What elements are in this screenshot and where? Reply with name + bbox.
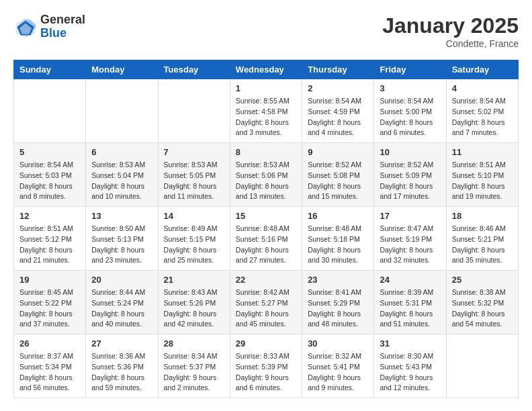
day-number: 2 [308,83,368,93]
logo-text: General Blue [40,13,85,40]
calendar-cell: 20Sunrise: 8:44 AM Sunset: 5:24 PM Dayli… [86,271,158,334]
day-number: 3 [380,83,440,93]
day-number: 12 [19,211,80,221]
calendar-week-row: 19Sunrise: 8:45 AM Sunset: 5:22 PM Dayli… [14,271,519,334]
calendar-cell [86,79,158,143]
calendar-cell: 27Sunrise: 8:36 AM Sunset: 5:36 PM Dayli… [86,334,158,398]
calendar-cell: 12Sunrise: 8:51 AM Sunset: 5:12 PM Dayli… [14,207,86,271]
calendar-cell: 1Sunrise: 8:55 AM Sunset: 4:58 PM Daylig… [230,79,302,143]
day-info: Sunrise: 8:53 AM Sunset: 5:06 PM Dayligh… [236,160,296,202]
calendar-cell: 11Sunrise: 8:51 AM Sunset: 5:10 PM Dayli… [446,143,518,207]
weekday-header-monday: Monday [86,60,158,79]
calendar-cell: 15Sunrise: 8:48 AM Sunset: 5:16 PM Dayli… [230,207,302,271]
calendar-cell: 29Sunrise: 8:33 AM Sunset: 5:39 PM Dayli… [230,334,302,398]
weekday-header-friday: Friday [374,60,446,79]
calendar-cell: 18Sunrise: 8:46 AM Sunset: 5:21 PM Dayli… [446,207,518,271]
weekday-header-thursday: Thursday [302,60,374,79]
day-number: 17 [380,211,440,221]
day-info: Sunrise: 8:33 AM Sunset: 5:39 PM Dayligh… [236,351,296,394]
day-info: Sunrise: 8:41 AM Sunset: 5:29 PM Dayligh… [308,287,368,330]
day-info: Sunrise: 8:34 AM Sunset: 5:37 PM Dayligh… [164,351,224,394]
day-info: Sunrise: 8:38 AM Sunset: 5:32 PM Dayligh… [452,287,513,330]
logo-blue: Blue [40,27,85,40]
calendar-cell: 19Sunrise: 8:45 AM Sunset: 5:22 PM Dayli… [14,271,86,334]
calendar-table: SundayMondayTuesdayWednesdayThursdayFrid… [13,60,519,398]
calendar-cell: 22Sunrise: 8:42 AM Sunset: 5:27 PM Dayli… [230,271,302,334]
day-info: Sunrise: 8:43 AM Sunset: 5:26 PM Dayligh… [164,287,224,330]
day-info: Sunrise: 8:54 AM Sunset: 4:59 PM Dayligh… [308,96,368,138]
calendar-week-row: 1Sunrise: 8:55 AM Sunset: 4:58 PM Daylig… [14,79,519,143]
calendar-cell: 5Sunrise: 8:54 AM Sunset: 5:03 PM Daylig… [14,143,86,207]
calendar-cell: 4Sunrise: 8:54 AM Sunset: 5:02 PM Daylig… [446,79,518,143]
calendar-cell: 7Sunrise: 8:53 AM Sunset: 5:05 PM Daylig… [158,143,230,207]
day-info: Sunrise: 8:55 AM Sunset: 4:58 PM Dayligh… [236,96,296,138]
calendar-cell: 26Sunrise: 8:37 AM Sunset: 5:34 PM Dayli… [14,334,86,398]
weekday-header-saturday: Saturday [446,60,518,79]
calendar-cell: 16Sunrise: 8:48 AM Sunset: 5:18 PM Dayli… [302,207,374,271]
day-info: Sunrise: 8:54 AM Sunset: 5:02 PM Dayligh… [452,96,513,138]
day-info: Sunrise: 8:54 AM Sunset: 5:00 PM Dayligh… [380,96,440,138]
calendar-cell [14,79,86,143]
day-number: 22 [236,275,296,285]
day-info: Sunrise: 8:36 AM Sunset: 5:36 PM Dayligh… [91,351,152,394]
day-info: Sunrise: 8:45 AM Sunset: 5:22 PM Dayligh… [19,287,80,330]
day-number: 8 [236,147,296,157]
day-info: Sunrise: 8:30 AM Sunset: 5:43 PM Dayligh… [380,351,440,394]
weekday-header-sunday: Sunday [14,60,86,79]
calendar-cell: 6Sunrise: 8:53 AM Sunset: 5:04 PM Daylig… [86,143,158,207]
calendar-cell: 21Sunrise: 8:43 AM Sunset: 5:26 PM Dayli… [158,271,230,334]
calendar-cell: 17Sunrise: 8:47 AM Sunset: 5:19 PM Dayli… [374,207,446,271]
day-info: Sunrise: 8:52 AM Sunset: 5:08 PM Dayligh… [308,160,368,202]
calendar-cell: 28Sunrise: 8:34 AM Sunset: 5:37 PM Dayli… [158,334,230,398]
logo-icon [13,15,38,39]
day-info: Sunrise: 8:50 AM Sunset: 5:13 PM Dayligh… [91,224,152,266]
location-subtitle: Condette, France [382,38,519,49]
weekday-header-tuesday: Tuesday [158,60,230,79]
calendar-cell [158,79,230,143]
day-info: Sunrise: 8:32 AM Sunset: 5:41 PM Dayligh… [308,351,368,394]
day-info: Sunrise: 8:44 AM Sunset: 5:24 PM Dayligh… [91,287,152,330]
day-number: 13 [91,211,152,221]
day-number: 31 [380,338,440,349]
weekday-header-wednesday: Wednesday [230,60,302,79]
calendar-cell: 25Sunrise: 8:38 AM Sunset: 5:32 PM Dayli… [446,271,518,334]
day-number: 18 [452,211,513,221]
calendar-cell: 2Sunrise: 8:54 AM Sunset: 4:59 PM Daylig… [302,79,374,143]
calendar-cell: 10Sunrise: 8:52 AM Sunset: 5:09 PM Dayli… [374,143,446,207]
day-number: 14 [164,211,224,221]
day-info: Sunrise: 8:53 AM Sunset: 5:04 PM Dayligh… [91,160,152,202]
day-number: 27 [91,338,152,349]
day-info: Sunrise: 8:54 AM Sunset: 5:03 PM Dayligh… [19,160,80,202]
day-info: Sunrise: 8:48 AM Sunset: 5:18 PM Dayligh… [308,224,368,266]
day-number: 16 [308,211,368,221]
day-info: Sunrise: 8:42 AM Sunset: 5:27 PM Dayligh… [236,287,296,330]
day-number: 9 [308,147,368,157]
calendar-cell: 3Sunrise: 8:54 AM Sunset: 5:00 PM Daylig… [374,79,446,143]
day-info: Sunrise: 8:47 AM Sunset: 5:19 PM Dayligh… [380,224,440,266]
day-number: 23 [308,275,368,285]
title-block: January 2025 Condette, France [382,13,519,49]
day-info: Sunrise: 8:37 AM Sunset: 5:34 PM Dayligh… [19,351,80,394]
day-number: 4 [452,83,513,93]
day-number: 29 [236,338,296,349]
day-number: 25 [452,275,513,285]
day-number: 30 [308,338,368,349]
day-number: 5 [19,147,80,157]
logo-general: General [40,13,85,27]
month-year-title: January 2025 [382,13,519,38]
calendar-cell: 24Sunrise: 8:39 AM Sunset: 5:31 PM Dayli… [374,271,446,334]
day-number: 26 [19,338,80,349]
calendar-week-row: 5Sunrise: 8:54 AM Sunset: 5:03 PM Daylig… [14,143,519,207]
calendar-cell: 30Sunrise: 8:32 AM Sunset: 5:41 PM Dayli… [302,334,374,398]
logo: General Blue [13,13,85,40]
calendar-week-row: 12Sunrise: 8:51 AM Sunset: 5:12 PM Dayli… [14,207,519,271]
day-number: 6 [91,147,152,157]
day-info: Sunrise: 8:39 AM Sunset: 5:31 PM Dayligh… [380,287,440,330]
weekday-header-row: SundayMondayTuesdayWednesdayThursdayFrid… [14,60,519,79]
day-number: 24 [380,275,440,285]
day-number: 1 [236,83,296,93]
day-info: Sunrise: 8:49 AM Sunset: 5:15 PM Dayligh… [164,224,224,266]
day-number: 7 [164,147,224,157]
day-number: 28 [164,338,224,349]
day-number: 11 [452,147,513,157]
